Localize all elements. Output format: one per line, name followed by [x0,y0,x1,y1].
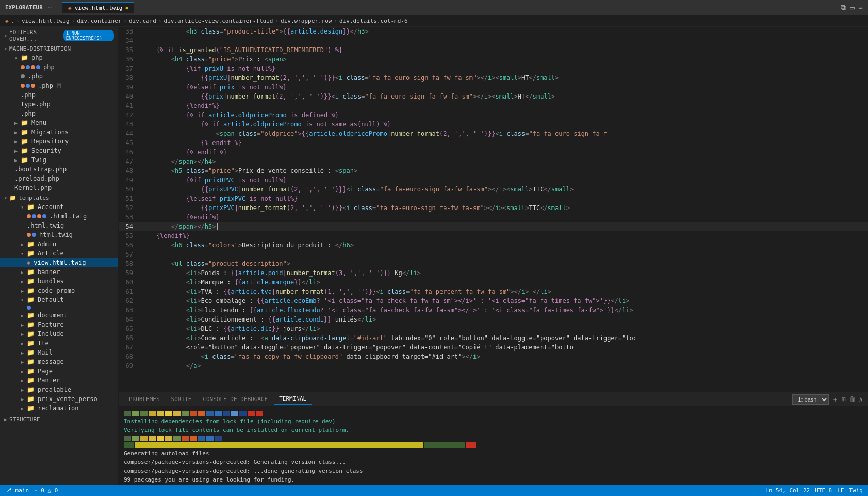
terminal-line-2: Verifying lock file contents can be inst… [124,426,863,435]
line-46: 46 {% endif %} [119,148,868,157]
sidebar-item-templates[interactable]: ▾ 📁 templates [0,193,118,202]
sidebar-item-account-file2[interactable]: .html.twig [0,221,118,230]
terminal-area: PROBLÈMES SORTIE CONSOLE DE DÉBOGAGE TER… [119,392,868,485]
bc-part6[interactable]: div.wrapper.row [281,18,332,24]
line-35: 35 {% if is_granted("IS_AUTHENTICATED_RE… [119,45,868,55]
folder-icon: 📁 [27,241,35,248]
encoding-indicator[interactable]: UTF-8 [815,487,832,494]
line-50: 50 {{prixUPVC|number_format(2, ',', ' ')… [119,185,868,194]
editors-section-header[interactable]: ▾ EDITEURS OUVER... 1 NON ENREGISTRÉ(S) [0,27,118,43]
sidebar-item-account[interactable]: ▾ 📁 Account [0,202,118,212]
line-65: 65 <li>DLC : {{article.dlc}} jours</li> [119,324,868,333]
sidebar-item-php-file3[interactable]: .php M [0,81,118,90]
bc-icon: ◈ [5,18,9,24]
add-terminal-icon[interactable]: ＋ [832,395,839,404]
split-terminal-icon[interactable]: ⊞ [842,395,846,403]
chevron-up-icon[interactable]: ∧ [859,395,863,403]
code-editor[interactable]: 33 <h3 class="product-title">{{article.d… [119,27,868,392]
sidebar-item-message[interactable]: ▶ 📁 message [0,357,118,366]
folder-icon: 📁 [21,129,28,136]
split-editor-icon[interactable]: ⧉ [841,3,846,12]
sidebar-item-structure[interactable]: ▶ STRUCTURE [0,414,118,424]
sidebar-item-php-file4[interactable]: .php [0,90,118,100]
sidebar-item-include[interactable]: ▶ 📁 Include [0,329,118,339]
sidebar-item-code-promo[interactable]: ▶ 📁 code_promo [0,286,118,295]
bc-part2[interactable]: view.html.twig [22,18,70,24]
sidebar-item-page[interactable]: ▶ 📁 Page [0,366,118,376]
tab-bar: ◈ view.html.twig ● [62,2,134,13]
bc-part3[interactable]: div.container [77,18,121,24]
sidebar-item-type-php[interactable]: Type.php [0,100,118,109]
sidebar-item-menu[interactable]: ▶ 📁 Menu [0,118,118,127]
git-branch[interactable]: ⎇ main [5,487,29,494]
folder-icon: 📁 [27,330,35,338]
sidebar-item-mail[interactable]: ▶ 📁 Mail [0,348,118,357]
sidebar-item-php-file1[interactable]: php [0,62,118,72]
line-62: 62 <li>Éco embalage : {{article.ecoEmb? … [119,296,868,306]
line-36: 36 <h4 class="price">Prix : <span> [119,55,868,64]
tab-console[interactable]: CONSOLE DE DÉBOGAGE [198,394,273,405]
line-63: 63 <li>Flux tendu : {{article.fluxTendu?… [119,306,868,315]
sidebar-item-bundles[interactable]: ▶ 📁 bundles [0,277,118,286]
terminal-content[interactable]: Installing dependencies from lock file (… [119,407,868,485]
tab-sortie[interactable]: SORTIE [166,394,197,405]
menu-dots[interactable]: ⋯ [48,4,52,11]
line-56: 56 <h6 class="colors">Description du pro… [119,241,868,250]
line-ending-indicator[interactable]: LF [837,487,844,494]
terminal-big-bar [124,442,863,448]
layout-icon[interactable]: ▭ [850,4,854,12]
sidebar-item-php-file5[interactable]: .php [0,109,118,118]
tab-terminal[interactable]: TERMINAL [274,393,312,405]
tab-label: view.html.twig [75,5,123,11]
sidebar-item-repository[interactable]: ▶ 📁 Repository [0,137,118,146]
bc-part5[interactable]: div.article-view.container-fluid [164,18,273,24]
sidebar-item-prix-vente-perso[interactable]: ▶ 📁 prix_vente_perso [0,394,118,404]
errors-count[interactable]: ⚠ 0 △ 0 [34,487,58,494]
sidebar-item-prealable[interactable]: ▶ 📁 prealable [0,385,118,394]
editors-label: EDITEURS OUVER... [9,29,59,42]
sidebar-item-admin[interactable]: ▶ 📁 Admin [0,239,118,249]
sidebar-item-php-folder[interactable]: ▾ 📁 php [0,53,118,62]
terminal-selector[interactable]: 1: bash [792,394,829,405]
line-38: 38 {{prixU|number_format(2, ',', ' ')}}<… [119,73,868,83]
line-51: 51 {%elseif prixPVC is not null%} [119,194,868,203]
sidebar-item-article[interactable]: ▾ 📁 Article [0,249,118,258]
line-45: 45 {% endif %} [119,138,868,148]
sidebar-item-bootstrap[interactable]: .bootstrap.php [0,165,118,174]
terminal-line-1: Installing dependencies from lock file (… [124,417,863,426]
sidebar-item-banner[interactable]: ▶ 📁 banner [0,267,118,277]
sidebar-item-account-file1[interactable]: .html.twig [0,212,118,221]
terminal-line-5: composer/package-versions-deprecated: Ge… [124,458,863,467]
sidebar-item-security[interactable]: ▶ 📁 Security [0,146,118,155]
magne-section-header[interactable]: ▾ MAGNE-DISTRIBUTION [0,43,118,53]
sidebar-item-default-file[interactable] [0,305,118,311]
bc-part4[interactable]: div.card [129,18,156,24]
more-icon[interactable]: ⋯ [859,4,863,12]
tab-problemes[interactable]: PROBLÈMES [124,394,165,405]
sidebar-item-panier[interactable]: ▶ 📁 Panier [0,376,118,385]
sidebar-item-facture[interactable]: ▶ 📁 Facture [0,320,118,329]
sidebar-item-account-file3[interactable]: html.twig [0,230,118,239]
sidebar-item-php-file2[interactable]: .php [0,72,118,81]
sidebar-item-preload[interactable]: .preload.php [0,174,118,183]
language-indicator[interactable]: Twig [849,487,863,494]
tab-modified: ● [125,6,128,10]
terminal-line-7: 99 packages you are using are looking fo… [124,475,863,484]
bc-part1[interactable]: . [11,18,14,24]
folder-icon: 📁 [27,386,35,393]
sidebar-item-reclamation[interactable]: ▶ 📁 reclamation [0,404,118,413]
sidebar-item-view-html-twig[interactable]: ◈ view.html.twig [0,258,118,267]
folder-icon: 📁 [9,195,17,201]
sidebar-item-twig[interactable]: ▶ 📁 Twig [0,155,118,165]
active-tab[interactable]: ◈ view.html.twig ● [62,2,134,13]
sidebar-item-migrations[interactable]: ▶ 📁 Migrations [0,127,118,137]
position-indicator[interactable]: Ln 54, Col 22 [765,487,810,494]
trash-icon[interactable]: 🗑 [849,395,856,403]
bc-part7[interactable]: div.details.col-md-6 [339,18,407,24]
sidebar-item-default[interactable]: ▾ 📁 Default [0,295,118,305]
sidebar-item-kernel[interactable]: Kernel.php [0,183,118,193]
top-bar-icons: ⧉ ▭ ⋯ [841,3,863,12]
sidebar-item-document[interactable]: ▶ 📁 document [0,311,118,320]
folder-icon: 📁 [27,367,35,375]
sidebar-item-ite[interactable]: ▶ 📁 Ite [0,339,118,348]
